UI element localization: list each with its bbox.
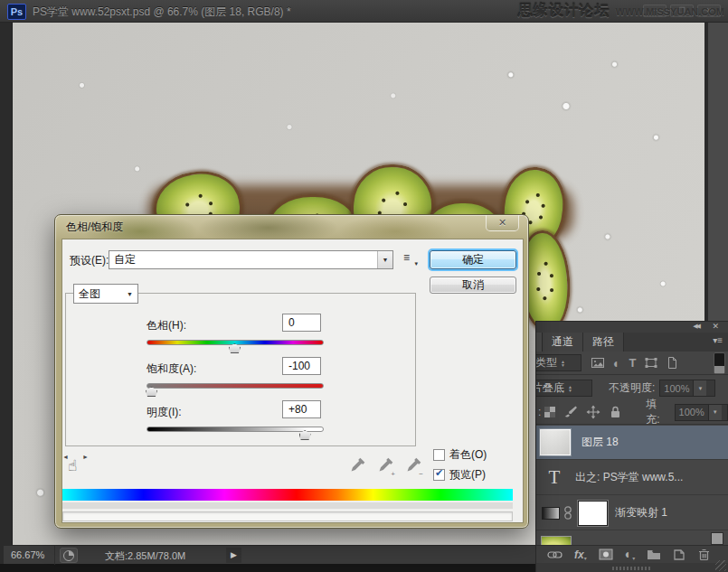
opacity-value: 100% — [660, 383, 693, 394]
preset-combo[interactable]: 自定 ▼ — [109, 250, 393, 269]
new-group-icon[interactable] — [647, 549, 661, 560]
spectrum-after-inset — [62, 511, 513, 521]
link-mask-icon — [563, 505, 572, 520]
hue-input[interactable] — [282, 314, 321, 332]
layers-panel-toolbar: fx▾ ◐▾ — [536, 545, 728, 563]
layer-style-icon[interactable]: fx▾ — [574, 549, 587, 561]
preview-option[interactable]: 预览(P) — [433, 467, 486, 483]
blend-mode-combo[interactable]: 片叠底 ▲▼ — [535, 380, 592, 397]
collapse-panel-icon[interactable]: ◀◀ — [693, 323, 699, 330]
lock-icons — [544, 405, 622, 419]
new-adjustment-layer-icon[interactable]: ◐▾ — [625, 548, 635, 561]
layer-thumbnail[interactable] — [541, 430, 570, 455]
layer-name[interactable]: 图层 18 — [581, 435, 619, 450]
watermark: 思缘设计论坛 www.missyuan.com — [518, 2, 724, 21]
document-size-info[interactable]: 文档:2.85M/78.0M — [105, 549, 185, 563]
tab-layers-clipped[interactable] — [536, 333, 543, 352]
lock-position-move-icon[interactable] — [586, 405, 600, 419]
layer-list: 图层 18 T 出之: PS学堂 www.5... 渐变映射 1 — [536, 426, 728, 545]
filter-kind-combo[interactable]: 类型 ▲▼ — [535, 354, 581, 371]
saturation-slider[interactable] — [147, 383, 324, 389]
filter-smart-icon[interactable] — [667, 356, 678, 370]
zoom-level[interactable]: 66.67% — [11, 549, 44, 560]
link-layers-icon[interactable] — [547, 550, 563, 559]
filter-image-icon[interactable] — [591, 356, 605, 370]
lightness-label: 明度(I): — [147, 405, 182, 420]
filter-shape-icon[interactable] — [644, 356, 658, 370]
hue-slider[interactable] — [147, 340, 324, 345]
spectrum-after-bar — [62, 502, 513, 509]
layer-row-gradient-map[interactable]: 渐变映射 1 — [536, 496, 728, 530]
filter-adjustment-icon[interactable]: ◐ — [613, 357, 620, 370]
panel-color-chip — [714, 352, 725, 374]
preview-checkbox[interactable] — [433, 469, 445, 481]
arrow-right-icon: ► — [82, 454, 89, 460]
ok-button[interactable]: 确定 — [430, 250, 516, 269]
delete-layer-trash-icon[interactable] — [697, 548, 711, 561]
spectrum-before-bar — [62, 489, 513, 501]
preview-label: 预览(P) — [449, 467, 486, 483]
new-layer-icon[interactable] — [673, 549, 685, 561]
status-pie-button[interactable] — [60, 548, 78, 563]
dropdown-arrow-icon[interactable]: ▼ — [377, 251, 392, 268]
lock-transparency-icon[interactable] — [544, 407, 555, 417]
panel-resize-grip[interactable] — [715, 560, 726, 571]
panel-scrollbar-thumb[interactable] — [711, 532, 723, 545]
targeted-adjustment-tool-icon[interactable]: ◄ ► ☝ — [64, 455, 88, 478]
hand-icon: ☝ — [68, 456, 77, 475]
panel-menu-icon[interactable]: ▾≡ — [713, 335, 723, 345]
dropdown-arrow-icon[interactable]: ▼ — [122, 285, 137, 303]
text-layer-icon[interactable]: T — [543, 466, 566, 489]
saturation-label: 饱和度(A): — [147, 361, 196, 377]
window-right-frame — [704, 23, 728, 321]
eyedropper-icon[interactable] — [348, 456, 368, 478]
preset-value: 自定 — [109, 252, 377, 267]
tab-paths[interactable]: 路径 — [583, 333, 624, 352]
lightness-slider[interactable] — [147, 427, 324, 432]
layer-row-text[interactable]: T 出之: PS学堂 www.5... — [536, 461, 728, 495]
status-options-arrow[interactable]: ▶ — [226, 548, 241, 563]
channel-groupbox — [65, 293, 416, 446]
hue-label: 色相(H): — [147, 318, 186, 333]
fill-label: 填充: — [646, 397, 669, 427]
layer-row-layer-18[interactable]: 图层 18 — [536, 426, 728, 460]
fill-combo[interactable]: 100% ▼ — [675, 404, 728, 421]
gradient-map-thumbnail[interactable] — [542, 507, 560, 520]
add-mask-icon[interactable] — [599, 549, 613, 560]
eyedropper-minus-icon[interactable]: − — [404, 456, 424, 478]
hue-slider-thumb[interactable] — [229, 343, 241, 353]
window-titlebar: Ps PS学堂 www.52psxt.psd @ 66.7% (图层 18, R… — [0, 0, 728, 23]
lock-all-icon[interactable] — [609, 405, 622, 419]
preset-options-icon[interactable]: ≡▾ — [403, 254, 416, 266]
opacity-combo[interactable]: 100% ▼ — [659, 380, 715, 397]
layer-mask-thumbnail[interactable] — [578, 501, 608, 526]
layers-panel: ◀◀ ✕ 通道 路径 ▾≡ 类型 ▲▼ ◐ T 片叠底 — [535, 321, 728, 572]
eyedropper-group: + − — [348, 456, 424, 478]
dropdown-arrow-icon[interactable]: ▼ — [693, 380, 706, 396]
panel-drag-handle[interactable] — [612, 567, 652, 570]
eyedropper-plus-icon[interactable]: + — [376, 456, 396, 478]
cancel-button[interactable]: 取消 — [430, 277, 516, 294]
saturation-slider-thumb[interactable] — [146, 387, 157, 397]
dialog-close-button[interactable]: ✕ — [486, 215, 519, 231]
saturation-input[interactable] — [282, 357, 321, 375]
colorize-option[interactable]: 着色(O) — [433, 447, 487, 463]
lightness-input[interactable] — [282, 400, 321, 418]
clipped-layer-thumbnail[interactable] — [541, 536, 572, 545]
hue-saturation-dialog: 色相/饱和度 ✕ 预设(E): 自定 ▼ ≡▾ 确定 取消 全图 ▼ 色相(H)… — [54, 214, 529, 529]
colorize-label: 着色(O) — [449, 447, 487, 463]
dropdown-arrow-icon[interactable]: ▼ — [708, 405, 722, 420]
channel-combo[interactable]: 全图 ▼ — [73, 284, 138, 304]
filter-type-icon[interactable]: T — [629, 356, 636, 370]
channel-value: 全图 — [74, 286, 122, 302]
spinner-icon: ▲▼ — [568, 385, 572, 392]
tab-channels[interactable]: 通道 — [543, 333, 583, 352]
layer-name[interactable]: 渐变映射 1 — [615, 505, 667, 520]
spinner-icon: ▲▼ — [561, 360, 565, 367]
colorize-checkbox[interactable] — [433, 449, 445, 461]
lock-pixels-brush-icon[interactable] — [563, 405, 578, 419]
layer-name[interactable]: 出之: PS学堂 www.5... — [575, 470, 683, 485]
blend-mode-row: 片叠底 ▲▼ 不透明度: 100% ▼ — [536, 376, 728, 400]
close-panel-icon[interactable]: ✕ — [712, 322, 719, 331]
lightness-slider-thumb[interactable] — [299, 430, 311, 440]
